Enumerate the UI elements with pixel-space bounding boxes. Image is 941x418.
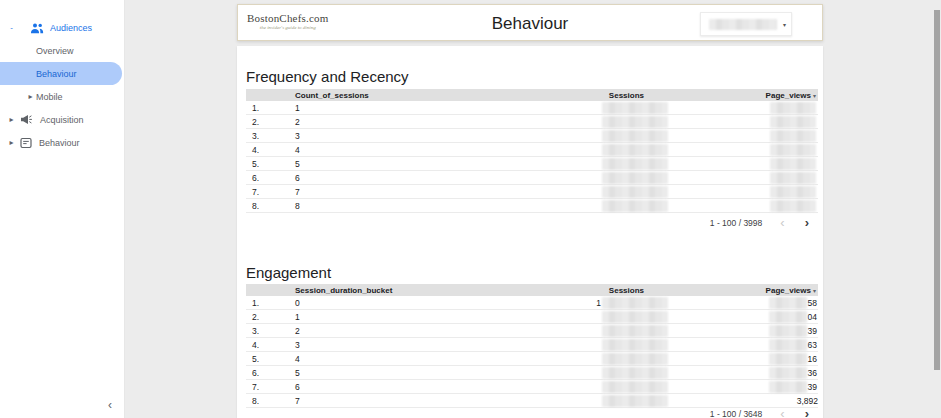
row-pageviews-cell	[668, 143, 818, 156]
table-row: 3. 3	[246, 129, 818, 143]
row-pageviews-cell: 63	[668, 338, 818, 351]
table-row: 2. 1 04	[246, 310, 818, 324]
redacted-sessions-value	[602, 325, 668, 337]
row-index: 8.	[246, 201, 290, 211]
redacted-sessions-value	[602, 297, 668, 309]
pageviews-column-header[interactable]: Page_views▾	[668, 91, 818, 100]
nav-list: - Audiences Overview Behaviour ▸ Mobile …	[0, 0, 124, 154]
redacted-sessions-value	[602, 186, 668, 198]
vertical-scrollbar[interactable]	[934, 10, 940, 370]
row-dimension-value: 5	[290, 368, 478, 378]
row-index: 5.	[246, 354, 290, 364]
redacted-pageviews-value	[770, 144, 816, 156]
row-index: 7.	[246, 382, 290, 392]
sidebar-item-acquisition[interactable]: ▸ Acquisition	[0, 108, 124, 131]
row-index: 8.	[246, 396, 290, 406]
table-row: 4. 3 63	[246, 338, 818, 352]
row-sessions-cell	[478, 185, 668, 198]
sessions-column-header[interactable]: Sessions	[478, 286, 668, 295]
redacted-selector-value	[709, 19, 777, 30]
row-dimension-value: 3	[290, 340, 478, 350]
table-row: 1. 1	[246, 101, 818, 115]
row-dimension-value: 4	[290, 354, 478, 364]
pagination-range: 1 - 100 / 3648	[710, 409, 762, 418]
sessions-column-header[interactable]: Sessions	[478, 91, 668, 100]
sidebar-item-label: Behaviour	[36, 69, 77, 79]
sessions-visible-digits: 1	[596, 298, 601, 308]
sidebar-item-mobile[interactable]: ▸ Mobile	[0, 85, 124, 108]
sidebar-item-audiences[interactable]: - Audiences	[0, 16, 124, 39]
dimension-column-header[interactable]: Count_of_sessions	[290, 91, 478, 100]
pageviews-column-header[interactable]: Page_views▾	[668, 286, 818, 295]
redacted-sessions-value	[602, 339, 668, 351]
row-sessions-cell	[478, 324, 668, 337]
prev-page-icon[interactable]: ‹	[780, 407, 784, 418]
expand-arrow-icon: ▸	[8, 138, 15, 147]
redacted-pageviews-value	[770, 186, 816, 198]
redacted-sessions-value	[602, 353, 668, 365]
row-pageviews-cell	[668, 129, 818, 142]
date-range-selector[interactable]: ▾	[700, 12, 792, 36]
row-dimension-value: 2	[290, 117, 478, 127]
pageviews-visible-digits: 39	[808, 326, 817, 336]
row-pageviews-cell: 58	[668, 296, 818, 309]
redacted-pageviews-value	[770, 200, 816, 212]
row-pageviews-cell: 16	[668, 352, 818, 365]
sidebar-item-label: Mobile	[36, 92, 63, 102]
row-dimension-value: 0	[290, 298, 478, 308]
row-dimension-value: 1	[290, 103, 478, 113]
row-sessions-cell	[478, 115, 668, 128]
sidebar-item-behaviour-section[interactable]: ▸ Behaviour	[0, 131, 124, 154]
redacted-pageviews-value	[770, 172, 816, 184]
redacted-sessions-value	[602, 144, 668, 156]
pageviews-value: 3,892	[797, 396, 818, 406]
row-pageviews-cell: 3,892	[668, 394, 818, 407]
sidebar-item-label: Behaviour	[39, 138, 80, 148]
row-index: 4.	[246, 340, 290, 350]
row-index: 1.	[246, 298, 290, 308]
pageviews-visible-digits: 63	[808, 340, 817, 350]
chevron-down-icon: ▾	[783, 21, 786, 28]
pageviews-visible-digits: 58	[808, 298, 817, 308]
prev-page-icon[interactable]: ‹	[780, 216, 784, 229]
row-sessions-cell: 1	[478, 296, 668, 309]
row-pageviews-cell: 36	[668, 366, 818, 379]
megaphone-icon	[20, 114, 33, 125]
pageviews-header-label: Page_views	[766, 91, 811, 100]
redacted-sessions-value	[602, 172, 668, 184]
row-dimension-value: 6	[290, 173, 478, 183]
redacted-sessions-value	[602, 395, 668, 407]
dimension-column-header[interactable]: Session_duration_bucket	[290, 286, 478, 295]
row-pageviews-cell	[668, 101, 818, 114]
sidebar-item-overview[interactable]: Overview	[0, 39, 124, 62]
table-header-row: Count_of_sessions Sessions Page_views▾	[246, 89, 818, 101]
report-body: Frequency and Recency Count_of_sessions …	[237, 46, 823, 418]
sidebar-collapse-chevron-icon[interactable]: ‹	[108, 399, 112, 411]
redacted-sessions-value	[602, 158, 668, 170]
next-page-icon[interactable]: ›	[805, 216, 809, 229]
row-dimension-value: 2	[290, 326, 478, 336]
frequency-table-pagination: 1 - 100 / 3998 ‹ ›	[710, 216, 809, 229]
sidebar-item-behaviour-selected[interactable]: Behaviour	[0, 62, 122, 85]
row-dimension-value: 5	[290, 159, 478, 169]
next-page-icon[interactable]: ›	[805, 407, 809, 418]
sidebar-item-label: Acquisition	[40, 115, 84, 125]
row-pageviews-cell	[668, 199, 818, 212]
pageviews-visible-digits: 36	[808, 368, 817, 378]
row-dimension-value: 4	[290, 145, 478, 155]
row-sessions-cell	[478, 394, 668, 407]
sort-caret-icon: ▾	[813, 288, 816, 294]
table-row: 6. 5 36	[246, 366, 818, 380]
row-sessions-cell	[478, 366, 668, 379]
row-dimension-value: 6	[290, 382, 478, 392]
section-title-engagement: Engagement	[246, 264, 331, 281]
expand-arrow-icon: ▸	[27, 92, 34, 101]
row-dimension-value: 1	[290, 312, 478, 322]
redacted-sessions-value	[602, 381, 668, 393]
section-title-frequency: Frequency and Recency	[246, 68, 409, 85]
pageviews-visible-digits: 16	[808, 354, 817, 364]
pageviews-visible-digits: 39	[808, 382, 817, 392]
table-row: 5. 5	[246, 157, 818, 171]
dashboard-icon	[20, 137, 32, 149]
redacted-sessions-value	[602, 311, 668, 323]
